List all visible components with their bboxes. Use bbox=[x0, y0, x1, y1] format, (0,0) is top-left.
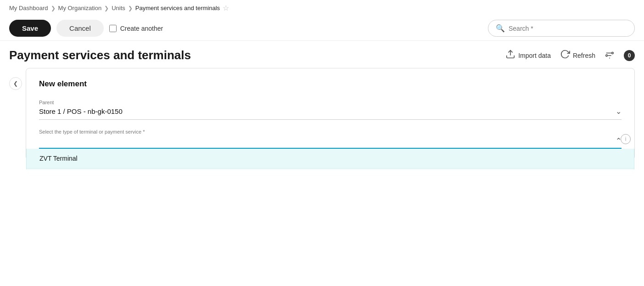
filter-badge: 0 bbox=[624, 50, 635, 61]
breadcrumb-sep-1: ❯ bbox=[51, 5, 56, 11]
dropdown-item-zvt[interactable]: ZVT Terminal bbox=[27, 149, 634, 168]
svg-point-5 bbox=[606, 55, 608, 56]
parent-label: Parent bbox=[39, 100, 622, 105]
create-another-checkbox[interactable] bbox=[109, 25, 117, 32]
refresh-icon bbox=[560, 49, 570, 62]
dropdown-list: ZVT Terminal Adyen Terminal GK Company C… bbox=[26, 149, 634, 169]
create-another-text: Create another bbox=[120, 25, 163, 32]
parent-value-text: Store 1 / POS - nb-gk-0150 bbox=[39, 107, 123, 115]
page-header: Payment services and terminals Import da… bbox=[0, 41, 644, 68]
parent-value[interactable]: Store 1 / POS - nb-gk-0150 ⌄ bbox=[39, 107, 622, 120]
select-type-input[interactable] bbox=[39, 137, 616, 145]
search-box: 🔍 bbox=[488, 20, 635, 37]
parent-chevron-down-icon[interactable]: ⌄ bbox=[616, 107, 622, 116]
breadcrumb: My Dashboard ❯ My Organization ❯ Units ❯… bbox=[0, 0, 644, 16]
filter-button[interactable] bbox=[605, 50, 615, 61]
form-panel: New element Parent Store 1 / POS - nb-gk… bbox=[26, 68, 635, 160]
select-input-row: ⌃ bbox=[39, 136, 622, 149]
page-title: Payment services and terminals bbox=[9, 48, 505, 62]
main-content: ❮ New element Parent Store 1 / POS - nb-… bbox=[0, 68, 644, 169]
search-input[interactable] bbox=[509, 25, 627, 32]
import-data-button[interactable]: Import data bbox=[505, 49, 551, 62]
toolbar: Save Cancel Create another 🔍 bbox=[0, 16, 644, 41]
breadcrumb-units[interactable]: Units bbox=[112, 5, 125, 11]
sidebar-toggle: ❮ bbox=[9, 68, 26, 160]
refresh-button[interactable]: Refresh bbox=[560, 49, 595, 62]
cancel-button[interactable]: Cancel bbox=[56, 20, 104, 37]
search-icon: 🔍 bbox=[496, 24, 505, 33]
breadcrumb-sep-2: ❯ bbox=[104, 5, 109, 11]
import-data-label: Import data bbox=[518, 52, 551, 59]
select-type-label: Select the type of terminal or payment s… bbox=[39, 129, 622, 135]
save-button[interactable]: Save bbox=[9, 20, 51, 37]
sidebar-toggle-button[interactable]: ❮ bbox=[9, 77, 22, 90]
favorite-star-icon[interactable]: ☆ bbox=[223, 4, 229, 12]
header-actions: Import data Refresh 0 bbox=[505, 49, 635, 62]
breadcrumb-my-dashboard[interactable]: My Dashboard bbox=[9, 5, 48, 11]
dropdown-item-adyen[interactable]: Adyen Terminal bbox=[27, 168, 634, 169]
svg-point-4 bbox=[612, 52, 614, 54]
breadcrumb-current: Payment services and terminals bbox=[135, 5, 220, 11]
import-icon bbox=[505, 49, 515, 62]
form-title: New element bbox=[39, 79, 622, 89]
info-icon[interactable]: i bbox=[621, 134, 631, 144]
create-another-label[interactable]: Create another bbox=[109, 25, 163, 32]
refresh-label: Refresh bbox=[573, 52, 595, 59]
select-type-field: Select the type of terminal or payment s… bbox=[39, 129, 622, 149]
breadcrumb-sep-3: ❯ bbox=[128, 5, 133, 11]
parent-field-group: Parent Store 1 / POS - nb-gk-0150 ⌄ bbox=[39, 100, 622, 120]
breadcrumb-my-organization[interactable]: My Organization bbox=[58, 5, 102, 11]
